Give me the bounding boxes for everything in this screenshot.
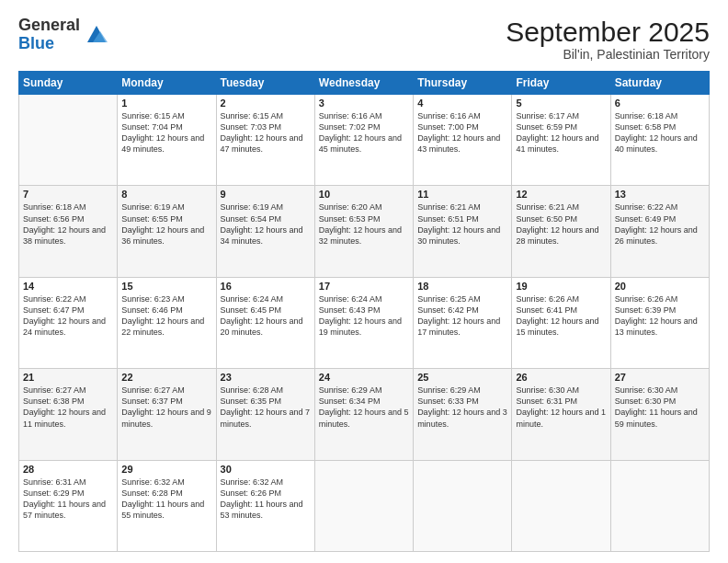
header: General Blue September 2025 Bil'in, Pale…: [18, 17, 710, 62]
cell-sun-info: Sunrise: 6:29 AM Sunset: 6:34 PM Dayligh…: [319, 385, 409, 430]
cell-sun-info: Sunrise: 6:22 AM Sunset: 6:47 PM Dayligh…: [23, 293, 113, 339]
calendar-week-row: 1Sunrise: 6:15 AM Sunset: 7:04 PM Daylig…: [19, 95, 710, 186]
day-number: 1: [121, 98, 211, 109]
calendar-cell: 21Sunrise: 6:27 AM Sunset: 6:38 PM Dayli…: [19, 369, 118, 460]
page: General Blue September 2025 Bil'in, Pale…: [0, 0, 728, 563]
day-number: 26: [516, 372, 606, 383]
calendar-week-row: 7Sunrise: 6:18 AM Sunset: 6:56 PM Daylig…: [19, 186, 710, 277]
day-number: 18: [417, 281, 507, 292]
day-number: 11: [417, 189, 507, 200]
calendar-cell: 9Sunrise: 6:19 AM Sunset: 6:54 PM Daylig…: [216, 186, 314, 277]
cell-sun-info: Sunrise: 6:30 AM Sunset: 6:31 PM Dayligh…: [516, 385, 606, 430]
calendar-cell: 6Sunrise: 6:18 AM Sunset: 6:58 PM Daylig…: [610, 95, 709, 186]
day-number: 23: [221, 372, 311, 383]
day-number: 5: [516, 98, 606, 109]
day-number: 19: [516, 281, 606, 292]
calendar-cell: [414, 460, 512, 551]
month-title: September 2025: [506, 17, 710, 47]
cell-sun-info: Sunrise: 6:26 AM Sunset: 6:41 PM Dayligh…: [516, 293, 606, 339]
cell-sun-info: Sunrise: 6:22 AM Sunset: 6:49 PM Dayligh…: [615, 201, 705, 247]
day-number: 29: [121, 464, 211, 475]
calendar-cell: [314, 460, 413, 551]
logo-blue: Blue: [18, 35, 80, 53]
calendar-cell: 8Sunrise: 6:19 AM Sunset: 6:55 PM Daylig…: [118, 186, 216, 277]
day-number: 12: [516, 189, 606, 200]
calendar-cell: 24Sunrise: 6:29 AM Sunset: 6:34 PM Dayli…: [314, 369, 413, 460]
logo-icon: [84, 22, 109, 48]
day-number: 17: [319, 281, 409, 292]
calendar-cell: 3Sunrise: 6:16 AM Sunset: 7:02 PM Daylig…: [314, 95, 413, 186]
calendar-cell: 4Sunrise: 6:16 AM Sunset: 7:00 PM Daylig…: [414, 95, 512, 186]
col-tuesday: Tuesday: [216, 72, 314, 95]
calendar-cell: 22Sunrise: 6:27 AM Sunset: 6:37 PM Dayli…: [118, 369, 216, 460]
calendar-cell: 14Sunrise: 6:22 AM Sunset: 6:47 PM Dayli…: [19, 277, 118, 368]
cell-sun-info: Sunrise: 6:31 AM Sunset: 6:29 PM Dayligh…: [23, 477, 113, 522]
col-sunday: Sunday: [19, 72, 118, 95]
col-thursday: Thursday: [414, 72, 512, 95]
cell-sun-info: Sunrise: 6:32 AM Sunset: 6:28 PM Dayligh…: [121, 477, 211, 522]
calendar-table: Sunday Monday Tuesday Wednesday Thursday…: [18, 71, 710, 552]
cell-sun-info: Sunrise: 6:27 AM Sunset: 6:37 PM Dayligh…: [121, 385, 211, 430]
header-row: Sunday Monday Tuesday Wednesday Thursday…: [19, 72, 710, 95]
logo: General Blue: [18, 17, 109, 53]
day-number: 20: [615, 281, 705, 292]
day-number: 15: [121, 281, 211, 292]
calendar-cell: 15Sunrise: 6:23 AM Sunset: 6:46 PM Dayli…: [118, 277, 216, 368]
cell-sun-info: Sunrise: 6:28 AM Sunset: 6:35 PM Dayligh…: [221, 385, 311, 430]
col-wednesday: Wednesday: [314, 72, 413, 95]
col-friday: Friday: [512, 72, 610, 95]
cell-sun-info: Sunrise: 6:21 AM Sunset: 6:51 PM Dayligh…: [417, 201, 507, 247]
cell-sun-info: Sunrise: 6:27 AM Sunset: 6:38 PM Dayligh…: [23, 385, 113, 430]
cell-sun-info: Sunrise: 6:26 AM Sunset: 6:39 PM Dayligh…: [615, 293, 705, 339]
cell-sun-info: Sunrise: 6:25 AM Sunset: 6:42 PM Dayligh…: [417, 293, 507, 339]
cell-sun-info: Sunrise: 6:30 AM Sunset: 6:30 PM Dayligh…: [615, 385, 705, 430]
day-number: 21: [23, 372, 113, 383]
cell-sun-info: Sunrise: 6:17 AM Sunset: 6:59 PM Dayligh…: [516, 110, 606, 155]
cell-sun-info: Sunrise: 6:24 AM Sunset: 6:43 PM Dayligh…: [319, 293, 409, 339]
calendar-cell: 17Sunrise: 6:24 AM Sunset: 6:43 PM Dayli…: [314, 277, 413, 368]
calendar-cell: 18Sunrise: 6:25 AM Sunset: 6:42 PM Dayli…: [414, 277, 512, 368]
calendar-cell: 11Sunrise: 6:21 AM Sunset: 6:51 PM Dayli…: [414, 186, 512, 277]
day-number: 14: [23, 281, 113, 292]
logo-general: General: [18, 17, 80, 35]
title-block: September 2025 Bil'in, Palestinian Terri…: [506, 17, 710, 62]
day-number: 6: [615, 98, 705, 109]
day-number: 24: [319, 372, 409, 383]
cell-sun-info: Sunrise: 6:18 AM Sunset: 6:56 PM Dayligh…: [23, 201, 113, 247]
cell-sun-info: Sunrise: 6:16 AM Sunset: 7:02 PM Dayligh…: [319, 110, 409, 155]
calendar-cell: 23Sunrise: 6:28 AM Sunset: 6:35 PM Dayli…: [216, 369, 314, 460]
calendar-cell: [19, 95, 118, 186]
day-number: 30: [221, 464, 311, 475]
day-number: 25: [417, 372, 507, 383]
calendar-cell: 5Sunrise: 6:17 AM Sunset: 6:59 PM Daylig…: [512, 95, 610, 186]
cell-sun-info: Sunrise: 6:20 AM Sunset: 6:53 PM Dayligh…: [319, 201, 409, 247]
location: Bil'in, Palestinian Territory: [506, 47, 710, 62]
calendar-cell: 25Sunrise: 6:29 AM Sunset: 6:33 PM Dayli…: [414, 369, 512, 460]
col-monday: Monday: [118, 72, 216, 95]
calendar-cell: 27Sunrise: 6:30 AM Sunset: 6:30 PM Dayli…: [610, 369, 709, 460]
calendar-cell: 26Sunrise: 6:30 AM Sunset: 6:31 PM Dayli…: [512, 369, 610, 460]
cell-sun-info: Sunrise: 6:23 AM Sunset: 6:46 PM Dayligh…: [121, 293, 211, 339]
cell-sun-info: Sunrise: 6:19 AM Sunset: 6:55 PM Dayligh…: [121, 201, 211, 247]
cell-sun-info: Sunrise: 6:16 AM Sunset: 7:00 PM Dayligh…: [417, 110, 507, 155]
day-number: 10: [319, 189, 409, 200]
cell-sun-info: Sunrise: 6:15 AM Sunset: 7:03 PM Dayligh…: [221, 110, 311, 155]
calendar-cell: 12Sunrise: 6:21 AM Sunset: 6:50 PM Dayli…: [512, 186, 610, 277]
day-number: 2: [221, 98, 311, 109]
cell-sun-info: Sunrise: 6:18 AM Sunset: 6:58 PM Dayligh…: [615, 110, 705, 155]
day-number: 3: [319, 98, 409, 109]
calendar-cell: 13Sunrise: 6:22 AM Sunset: 6:49 PM Dayli…: [610, 186, 709, 277]
cell-sun-info: Sunrise: 6:19 AM Sunset: 6:54 PM Dayligh…: [221, 201, 311, 247]
calendar-cell: 16Sunrise: 6:24 AM Sunset: 6:45 PM Dayli…: [216, 277, 314, 368]
calendar-cell: 20Sunrise: 6:26 AM Sunset: 6:39 PM Dayli…: [610, 277, 709, 368]
calendar-cell: 1Sunrise: 6:15 AM Sunset: 7:04 PM Daylig…: [118, 95, 216, 186]
day-number: 28: [23, 464, 113, 475]
calendar-cell: 7Sunrise: 6:18 AM Sunset: 6:56 PM Daylig…: [19, 186, 118, 277]
calendar-cell: 2Sunrise: 6:15 AM Sunset: 7:03 PM Daylig…: [216, 95, 314, 186]
calendar-cell: [610, 460, 709, 551]
cell-sun-info: Sunrise: 6:29 AM Sunset: 6:33 PM Dayligh…: [417, 385, 507, 430]
calendar-week-row: 28Sunrise: 6:31 AM Sunset: 6:29 PM Dayli…: [19, 460, 710, 551]
day-number: 9: [221, 189, 311, 200]
cell-sun-info: Sunrise: 6:32 AM Sunset: 6:26 PM Dayligh…: [221, 477, 311, 522]
calendar-cell: 29Sunrise: 6:32 AM Sunset: 6:28 PM Dayli…: [118, 460, 216, 551]
